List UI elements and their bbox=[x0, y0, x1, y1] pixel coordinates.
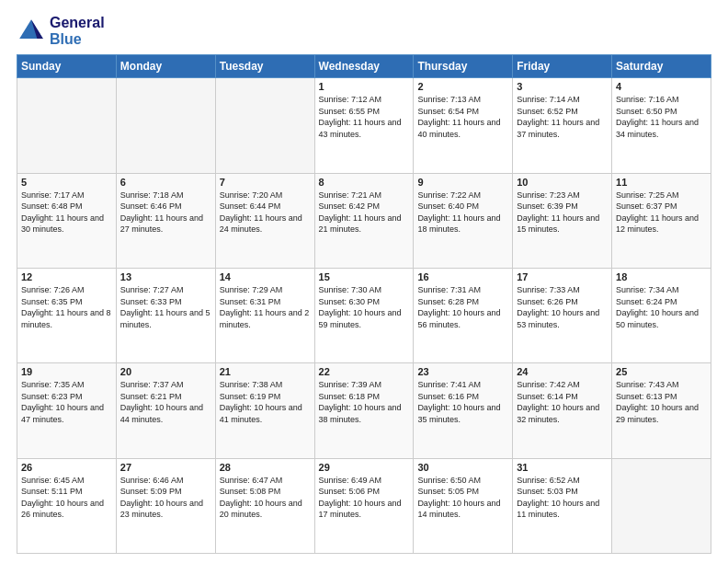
col-header-monday: Monday bbox=[116, 55, 215, 78]
calendar-week-2: 5Sunrise: 7:17 AM Sunset: 6:48 PM Daylig… bbox=[17, 173, 711, 268]
day-number: 5 bbox=[21, 177, 112, 188]
day-number: 16 bbox=[417, 271, 508, 282]
calendar-week-4: 19Sunrise: 7:35 AM Sunset: 6:23 PM Dayli… bbox=[17, 363, 711, 458]
calendar-cell: 16Sunrise: 7:31 AM Sunset: 6:28 PM Dayli… bbox=[414, 268, 513, 362]
cell-detail: Sunrise: 7:37 AM Sunset: 6:21 PM Dayligh… bbox=[120, 379, 211, 425]
calendar-cell: 9Sunrise: 7:22 AM Sunset: 6:40 PM Daylig… bbox=[414, 173, 513, 268]
calendar-cell: 20Sunrise: 7:37 AM Sunset: 6:21 PM Dayli… bbox=[116, 363, 215, 458]
calendar-cell: 14Sunrise: 7:29 AM Sunset: 6:31 PM Dayli… bbox=[215, 268, 314, 362]
day-number: 22 bbox=[319, 366, 410, 377]
day-number: 27 bbox=[120, 462, 211, 473]
cell-detail: Sunrise: 6:46 AM Sunset: 5:09 PM Dayligh… bbox=[120, 475, 211, 521]
calendar-cell: 29Sunrise: 6:49 AM Sunset: 5:06 PM Dayli… bbox=[314, 458, 414, 553]
col-header-wednesday: Wednesday bbox=[314, 55, 414, 78]
cell-detail: Sunrise: 7:31 AM Sunset: 6:28 PM Dayligh… bbox=[417, 284, 508, 330]
calendar-cell bbox=[116, 78, 215, 173]
calendar-week-3: 12Sunrise: 7:26 AM Sunset: 6:35 PM Dayli… bbox=[17, 268, 711, 362]
day-number: 25 bbox=[616, 366, 707, 377]
calendar-cell: 1Sunrise: 7:12 AM Sunset: 6:55 PM Daylig… bbox=[314, 78, 414, 173]
cell-detail: Sunrise: 6:47 AM Sunset: 5:08 PM Dayligh… bbox=[220, 475, 311, 521]
day-number: 24 bbox=[517, 366, 608, 377]
cell-detail: Sunrise: 7:25 AM Sunset: 6:37 PM Dayligh… bbox=[616, 190, 707, 236]
calendar-cell: 4Sunrise: 7:16 AM Sunset: 6:50 PM Daylig… bbox=[612, 78, 711, 173]
calendar-cell: 22Sunrise: 7:39 AM Sunset: 6:18 PM Dayli… bbox=[314, 363, 414, 458]
calendar-cell: 3Sunrise: 7:14 AM Sunset: 6:52 PM Daylig… bbox=[513, 78, 612, 173]
calendar-table: SundayMondayTuesdayWednesdayThursdayFrid… bbox=[17, 54, 711, 554]
cell-detail: Sunrise: 7:29 AM Sunset: 6:31 PM Dayligh… bbox=[220, 284, 311, 330]
cell-detail: Sunrise: 7:38 AM Sunset: 6:19 PM Dayligh… bbox=[220, 379, 311, 425]
cell-detail: Sunrise: 7:17 AM Sunset: 6:48 PM Dayligh… bbox=[21, 190, 112, 236]
calendar-cell bbox=[17, 78, 117, 173]
cell-detail: Sunrise: 7:39 AM Sunset: 6:18 PM Dayligh… bbox=[319, 379, 410, 425]
calendar-cell: 19Sunrise: 7:35 AM Sunset: 6:23 PM Dayli… bbox=[17, 363, 117, 458]
cell-detail: Sunrise: 7:14 AM Sunset: 6:52 PM Dayligh… bbox=[517, 94, 608, 140]
day-number: 8 bbox=[319, 177, 410, 188]
day-number: 7 bbox=[220, 177, 311, 188]
day-number: 12 bbox=[21, 271, 112, 282]
day-number: 4 bbox=[616, 81, 707, 92]
day-number: 15 bbox=[319, 271, 410, 282]
cell-detail: Sunrise: 6:50 AM Sunset: 5:05 PM Dayligh… bbox=[417, 475, 508, 521]
cell-detail: Sunrise: 7:33 AM Sunset: 6:26 PM Dayligh… bbox=[517, 284, 608, 330]
day-number: 28 bbox=[220, 462, 311, 473]
day-number: 18 bbox=[616, 271, 707, 282]
calendar-cell bbox=[612, 458, 711, 553]
calendar-week-1: 1Sunrise: 7:12 AM Sunset: 6:55 PM Daylig… bbox=[17, 78, 711, 173]
cell-detail: Sunrise: 7:18 AM Sunset: 6:46 PM Dayligh… bbox=[120, 190, 211, 236]
calendar-cell: 12Sunrise: 7:26 AM Sunset: 6:35 PM Dayli… bbox=[17, 268, 117, 362]
calendar-cell: 10Sunrise: 7:23 AM Sunset: 6:39 PM Dayli… bbox=[513, 173, 612, 268]
col-header-saturday: Saturday bbox=[612, 55, 711, 78]
calendar-cell: 7Sunrise: 7:20 AM Sunset: 6:44 PM Daylig… bbox=[215, 173, 314, 268]
day-number: 19 bbox=[21, 366, 112, 377]
cell-detail: Sunrise: 6:45 AM Sunset: 5:11 PM Dayligh… bbox=[21, 475, 112, 521]
calendar-cell: 6Sunrise: 7:18 AM Sunset: 6:46 PM Daylig… bbox=[116, 173, 215, 268]
day-number: 9 bbox=[417, 177, 508, 188]
cell-detail: Sunrise: 7:34 AM Sunset: 6:24 PM Dayligh… bbox=[616, 284, 707, 330]
col-header-friday: Friday bbox=[513, 55, 612, 78]
day-number: 26 bbox=[21, 462, 112, 473]
calendar-header-row: SundayMondayTuesdayWednesdayThursdayFrid… bbox=[17, 55, 711, 78]
calendar-cell: 27Sunrise: 6:46 AM Sunset: 5:09 PM Dayli… bbox=[116, 458, 215, 553]
calendar-cell: 25Sunrise: 7:43 AM Sunset: 6:13 PM Dayli… bbox=[612, 363, 711, 458]
calendar-cell: 18Sunrise: 7:34 AM Sunset: 6:24 PM Dayli… bbox=[612, 268, 711, 362]
calendar-cell: 5Sunrise: 7:17 AM Sunset: 6:48 PM Daylig… bbox=[17, 173, 117, 268]
calendar-cell: 13Sunrise: 7:27 AM Sunset: 6:33 PM Dayli… bbox=[116, 268, 215, 362]
cell-detail: Sunrise: 6:52 AM Sunset: 5:03 PM Dayligh… bbox=[517, 475, 608, 521]
calendar-cell: 24Sunrise: 7:42 AM Sunset: 6:14 PM Dayli… bbox=[513, 363, 612, 458]
day-number: 31 bbox=[517, 462, 608, 473]
cell-detail: Sunrise: 7:41 AM Sunset: 6:16 PM Dayligh… bbox=[417, 379, 508, 425]
col-header-sunday: Sunday bbox=[17, 55, 117, 78]
calendar-cell: 23Sunrise: 7:41 AM Sunset: 6:16 PM Dayli… bbox=[414, 363, 513, 458]
col-header-tuesday: Tuesday bbox=[215, 55, 314, 78]
calendar-cell: 8Sunrise: 7:21 AM Sunset: 6:42 PM Daylig… bbox=[314, 173, 414, 268]
day-number: 2 bbox=[417, 81, 508, 92]
col-header-thursday: Thursday bbox=[414, 55, 513, 78]
cell-detail: Sunrise: 7:26 AM Sunset: 6:35 PM Dayligh… bbox=[21, 284, 112, 330]
calendar-cell: 21Sunrise: 7:38 AM Sunset: 6:19 PM Dayli… bbox=[215, 363, 314, 458]
logo: General Blue bbox=[17, 15, 105, 47]
cell-detail: Sunrise: 6:49 AM Sunset: 5:06 PM Dayligh… bbox=[319, 475, 410, 521]
calendar-cell bbox=[215, 78, 314, 173]
calendar-cell: 28Sunrise: 6:47 AM Sunset: 5:08 PM Dayli… bbox=[215, 458, 314, 553]
calendar-cell: 2Sunrise: 7:13 AM Sunset: 6:54 PM Daylig… bbox=[414, 78, 513, 173]
day-number: 29 bbox=[319, 462, 410, 473]
day-number: 30 bbox=[417, 462, 508, 473]
day-number: 1 bbox=[319, 81, 410, 92]
day-number: 13 bbox=[120, 271, 211, 282]
page: General Blue SundayMondayTuesdayWednesda… bbox=[0, 0, 728, 563]
cell-detail: Sunrise: 7:20 AM Sunset: 6:44 PM Dayligh… bbox=[220, 190, 311, 236]
day-number: 17 bbox=[517, 271, 608, 282]
cell-detail: Sunrise: 7:27 AM Sunset: 6:33 PM Dayligh… bbox=[120, 284, 211, 330]
cell-detail: Sunrise: 7:42 AM Sunset: 6:14 PM Dayligh… bbox=[517, 379, 608, 425]
cell-detail: Sunrise: 7:16 AM Sunset: 6:50 PM Dayligh… bbox=[616, 94, 707, 140]
calendar-week-5: 26Sunrise: 6:45 AM Sunset: 5:11 PM Dayli… bbox=[17, 458, 711, 553]
day-number: 10 bbox=[517, 177, 608, 188]
cell-detail: Sunrise: 7:12 AM Sunset: 6:55 PM Dayligh… bbox=[319, 94, 410, 140]
day-number: 14 bbox=[220, 271, 311, 282]
day-number: 6 bbox=[120, 177, 211, 188]
cell-detail: Sunrise: 7:21 AM Sunset: 6:42 PM Dayligh… bbox=[319, 190, 410, 236]
cell-detail: Sunrise: 7:30 AM Sunset: 6:30 PM Dayligh… bbox=[319, 284, 410, 330]
day-number: 20 bbox=[120, 366, 211, 377]
calendar-cell: 26Sunrise: 6:45 AM Sunset: 5:11 PM Dayli… bbox=[17, 458, 117, 553]
day-number: 21 bbox=[220, 366, 311, 377]
